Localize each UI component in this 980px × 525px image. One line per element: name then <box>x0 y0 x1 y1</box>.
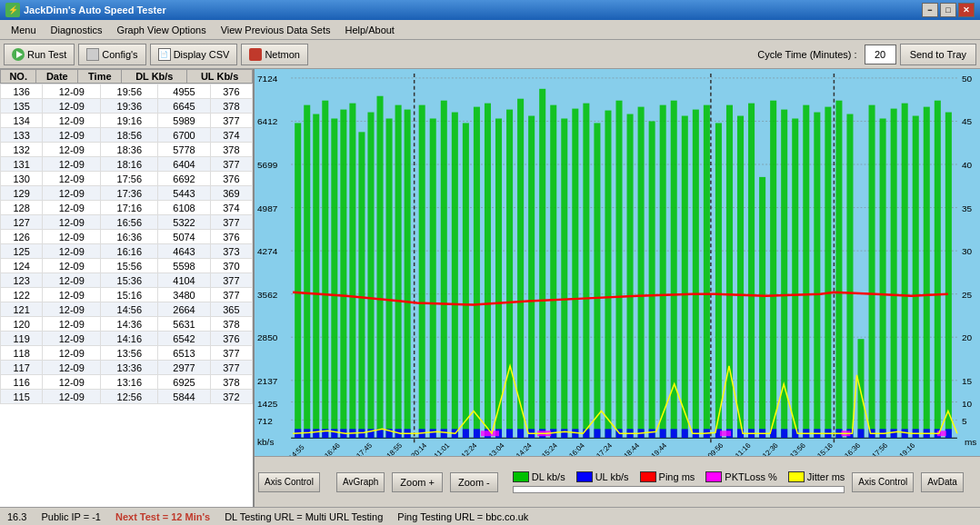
main-content: NO. Date Time DL Kb/s UL Kb/s 13612-0919… <box>0 69 980 507</box>
svg-rect-39 <box>313 114 319 439</box>
run-icon <box>12 48 25 61</box>
svg-rect-85 <box>803 105 809 439</box>
axis-control-button-left[interactable]: Axis Control <box>258 472 320 492</box>
svg-rect-62 <box>550 105 556 439</box>
svg-rect-68 <box>615 101 622 439</box>
legend-jitter-label: Jitter ms <box>807 471 845 482</box>
cycle-time-input[interactable] <box>865 45 896 64</box>
table-row: 12012-0914:365631378 <box>1 317 253 332</box>
minimize-button[interactable]: − <box>922 3 938 17</box>
cycle-time-label: Cycle Time (Minutes) : <box>757 49 856 60</box>
zoom-out-button[interactable]: Zoom - <box>450 472 498 492</box>
svg-rect-49 <box>405 110 411 439</box>
col-header-dl: DL Kb/s <box>122 70 187 84</box>
svg-rect-94 <box>902 104 908 439</box>
svg-rect-80 <box>748 104 755 439</box>
netmon-label: Netmon <box>265 49 300 60</box>
svg-text:2850: 2850 <box>257 332 278 342</box>
av-data-button[interactable]: AvData <box>921 472 964 492</box>
table-row: 13212-0918:365778378 <box>1 143 253 157</box>
svg-rect-40 <box>322 101 328 439</box>
svg-rect-69 <box>627 114 634 439</box>
send-to-tray-button[interactable]: Send to Tray <box>900 44 976 65</box>
svg-rect-117 <box>474 429 480 438</box>
title-bar-text: JackDinn's Auto Speed Tester <box>24 5 922 15</box>
config-icon <box>86 48 99 61</box>
table-row: 12712-0916:565322377 <box>1 215 253 230</box>
svg-rect-58 <box>506 110 513 439</box>
svg-rect-129 <box>605 429 611 438</box>
table-row: 11712-0913:362977377 <box>1 361 253 375</box>
table-row: 13312-0918:566700374 <box>1 128 253 143</box>
svg-text:6412: 6412 <box>257 116 278 126</box>
av-graph-button[interactable]: AvGraph <box>336 472 385 492</box>
svg-rect-163 <box>720 431 731 436</box>
status-item-2: Public IP = -1 <box>41 511 101 522</box>
status-bar: 16.3 Public IP = -1 Next Test = 12 Min's… <box>0 507 980 525</box>
svg-rect-84 <box>792 118 798 438</box>
svg-rect-53 <box>452 113 458 439</box>
zoom-in-button[interactable]: Zoom + <box>392 472 443 492</box>
svg-text:4987: 4987 <box>257 203 278 213</box>
col-header-date: Date <box>36 70 78 84</box>
svg-rect-44 <box>358 132 365 438</box>
svg-rect-121 <box>517 429 524 438</box>
svg-rect-103 <box>331 429 337 438</box>
svg-rect-113 <box>430 429 436 438</box>
legend-ping-label: Ping ms <box>659 471 695 482</box>
close-button[interactable]: ✕ <box>958 3 975 17</box>
axis-control-button-right[interactable]: Axis Control <box>852 472 914 492</box>
svg-rect-98 <box>945 113 952 439</box>
menu-item-diagnostics[interactable]: Diagnostics <box>44 23 110 37</box>
configs-button[interactable]: Config's <box>78 44 145 65</box>
table-scroll[interactable]: 13612-0919:56495537613512-0919:366645378… <box>0 84 253 507</box>
title-bar-controls: − □ ✕ <box>922 3 975 17</box>
data-rows: 13612-0919:56495537613512-0919:366645378… <box>0 84 253 404</box>
table-row: 12912-0917:365443369 <box>1 186 253 201</box>
svg-rect-56 <box>485 104 491 439</box>
svg-rect-71 <box>649 121 655 438</box>
table-row: 12312-0915:364104377 <box>1 273 253 288</box>
svg-rect-72 <box>660 105 666 439</box>
svg-text:ms: ms <box>965 437 976 447</box>
svg-rect-101 <box>313 429 319 438</box>
legend-jitter: Jitter ms <box>788 471 845 482</box>
svg-rect-50 <box>419 105 425 439</box>
svg-rect-92 <box>880 118 886 438</box>
menu-item-help[interactable]: Help/About <box>338 23 402 37</box>
svg-rect-76 <box>704 105 710 439</box>
svg-rect-74 <box>682 116 688 439</box>
svg-rect-78 <box>726 105 733 439</box>
svg-text:7124: 7124 <box>257 74 278 84</box>
menu-item-graph-view[interactable]: Graph View Options <box>109 23 213 37</box>
svg-rect-47 <box>386 118 393 438</box>
svg-text:4274: 4274 <box>257 246 278 256</box>
svg-rect-116 <box>463 429 469 438</box>
svg-rect-79 <box>737 116 744 439</box>
svg-rect-59 <box>517 99 524 438</box>
svg-rect-38 <box>304 105 310 439</box>
run-test-button[interactable]: Run Test <box>4 44 75 65</box>
svg-rect-55 <box>474 107 480 439</box>
table-row: 12612-0916:365074376 <box>1 230 253 244</box>
svg-rect-54 <box>463 123 469 438</box>
legend-jitter-color <box>788 471 805 482</box>
svg-rect-66 <box>594 123 600 438</box>
table-row: 12512-0916:164643373 <box>1 244 253 259</box>
table-row: 12412-0915:565598370 <box>1 259 253 273</box>
svg-text:5: 5 <box>962 416 967 426</box>
svg-rect-52 <box>441 101 447 439</box>
display-csv-button[interactable]: 📄 Display CSV <box>150 44 238 65</box>
table-row: 11912-0914:166542376 <box>1 332 253 346</box>
menu-item-previous-data[interactable]: View Previous Data Sets <box>214 23 338 37</box>
scroll-bar[interactable] <box>513 486 845 493</box>
col-header-no: NO. <box>1 70 36 84</box>
menu-item-menu[interactable]: Menu <box>4 23 44 37</box>
table-row: 12812-0917:166108374 <box>1 201 253 215</box>
netmon-button[interactable]: Netmon <box>241 44 308 65</box>
svg-rect-70 <box>638 107 645 439</box>
svg-rect-125 <box>561 429 567 438</box>
svg-rect-97 <box>935 101 941 439</box>
maximize-button[interactable]: □ <box>940 3 956 17</box>
legend-ping-color <box>640 471 656 482</box>
